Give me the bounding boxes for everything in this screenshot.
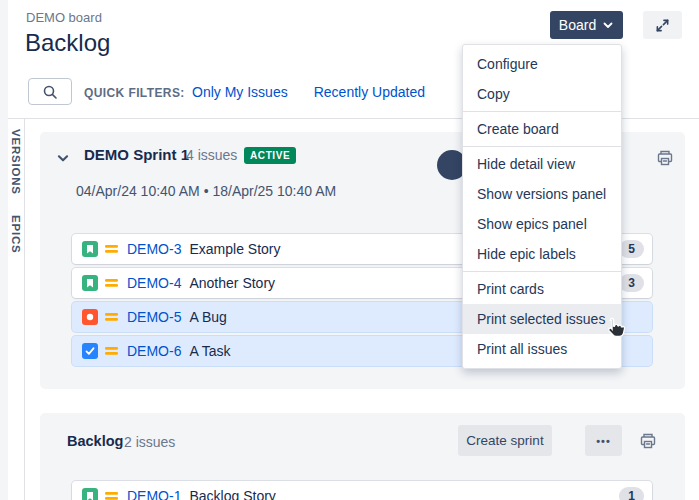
backlog-issue-list: DEMO-1 Backlog Story 1 [72, 481, 652, 500]
menu-item-label: Hide detail view [477, 156, 575, 172]
task-icon [82, 343, 98, 359]
menu-item-label: Create board [477, 121, 559, 137]
issue-key-link[interactable]: DEMO-5 [127, 309, 181, 325]
menu-item[interactable]: Hide detail view [463, 149, 621, 179]
sidebar-panel-tab-epics[interactable]: EPICS [10, 215, 22, 254]
issue-key-link[interactable]: DEMO-4 [127, 275, 181, 291]
collapsed-panels-sidebar: VERSIONSEPICS [8, 119, 25, 500]
menu-item[interactable]: Show versions panel [463, 179, 621, 209]
left-rail [0, 0, 8, 500]
chevron-down-icon [602, 19, 614, 31]
expand-icon [655, 18, 670, 33]
more-icon: ••• [596, 435, 611, 447]
backlog-issue-count: 2 issues [124, 434, 175, 450]
menu-item-label: Copy [477, 86, 510, 102]
sprint-issue-count: 4 issues [186, 147, 237, 163]
menu-item-label: Show versions panel [477, 186, 606, 202]
menu-item-label: Print selected issues [477, 311, 605, 327]
issue-key-link[interactable]: DEMO-3 [127, 241, 181, 257]
more-actions-button[interactable]: ••• [585, 425, 622, 456]
sprint-name: DEMO Sprint 1 [84, 146, 189, 163]
quick-filters: Only My IssuesRecently Updated [192, 84, 425, 100]
create-sprint-button[interactable]: Create sprint [458, 425, 552, 456]
quick-filters-label: QUICK FILTERS: [84, 86, 185, 100]
menu-item[interactable]: Hide epic labels [463, 239, 621, 269]
priority-medium-icon [105, 491, 118, 500]
menu-item[interactable]: Print all issues [463, 334, 621, 364]
issue-summary: Backlog Story [189, 488, 275, 500]
story-icon [82, 488, 98, 500]
board-menu-button[interactable]: Board [550, 11, 623, 39]
page-title: Backlog [25, 29, 110, 57]
issue-row[interactable]: DEMO-1 Backlog Story 1 [72, 481, 652, 500]
issue-key-link[interactable]: DEMO-6 [127, 343, 181, 359]
sprint-status-badge: ACTIVE [244, 147, 296, 164]
menu-item-label: Print cards [477, 281, 544, 297]
board-menu-button-label: Board [559, 17, 596, 33]
sidebar-panel-tab-versions[interactable]: VERSIONS [10, 129, 22, 195]
menu-divider [463, 271, 621, 272]
menu-item[interactable]: Print selected issues [463, 304, 621, 334]
estimate-badge: 5 [619, 240, 644, 258]
estimate-badge: 3 [619, 274, 644, 292]
priority-medium-icon [105, 278, 118, 288]
board-dropdown-menu: Configure Copy Create board Hide detail … [462, 44, 622, 369]
priority-medium-icon [105, 346, 118, 356]
issue-summary: Another Story [189, 275, 275, 291]
priority-medium-icon [105, 244, 118, 254]
story-icon [82, 275, 98, 291]
menu-item-label: Show epics panel [477, 216, 587, 232]
menu-item-label: Print all issues [477, 341, 567, 357]
printer-icon [638, 431, 658, 451]
menu-item-label: Configure [477, 56, 538, 72]
issue-key-link[interactable]: DEMO-1 [127, 488, 181, 500]
menu-item[interactable]: Show epics panel [463, 209, 621, 239]
sprint-collapse-button[interactable] [54, 149, 72, 167]
menu-divider [463, 146, 621, 147]
chevron-down-icon [56, 151, 70, 165]
printer-icon [655, 148, 675, 168]
issue-summary: A Bug [189, 309, 226, 325]
bug-icon [82, 309, 98, 325]
breadcrumb: DEMO board [26, 10, 102, 25]
menu-item[interactable]: Configure [463, 49, 621, 79]
backlog-section: Backlog 2 issues Create sprint ••• DEMO-… [40, 413, 685, 500]
estimate-badge: 1 [619, 487, 644, 500]
sprint-date-range: 04/Apr/24 10:40 AM • 18/Apr/25 10:40 AM [76, 183, 336, 199]
issue-summary: A Task [189, 343, 230, 359]
print-backlog-button[interactable] [637, 430, 659, 452]
expand-board-button[interactable] [643, 11, 682, 39]
story-icon [82, 241, 98, 257]
backlog-name: Backlog [67, 433, 123, 449]
issue-summary: Example Story [189, 241, 280, 257]
menu-item-label: Hide epic labels [477, 246, 576, 262]
menu-item[interactable]: Create board [463, 114, 621, 144]
search-input[interactable] [28, 78, 72, 105]
priority-medium-icon [105, 312, 118, 322]
menu-divider [463, 111, 621, 112]
quick-filter-link[interactable]: Recently Updated [314, 84, 425, 100]
backlog-page: VERSIONSEPICS DEMO board Backlog Board Q… [0, 0, 699, 500]
menu-item[interactable]: Copy [463, 79, 621, 109]
menu-item[interactable]: Print cards [463, 274, 621, 304]
search-icon [42, 84, 58, 100]
quick-filter-link[interactable]: Only My Issues [192, 84, 288, 100]
print-sprint-button[interactable] [654, 147, 676, 169]
